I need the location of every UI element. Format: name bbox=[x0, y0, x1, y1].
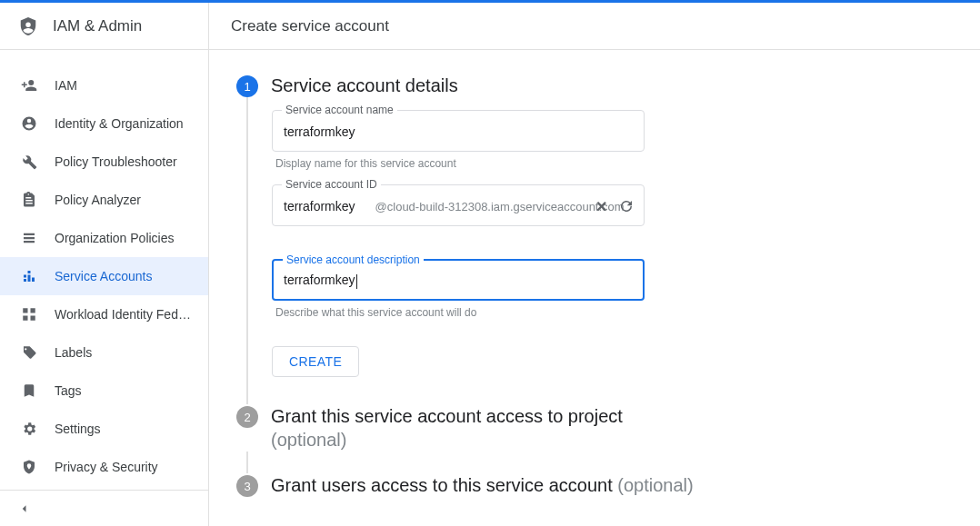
service-account-name-input[interactable]: Service account name terraformkey bbox=[272, 110, 645, 152]
account-circle-icon bbox=[20, 114, 38, 133]
account-id-suffix: @cloud-build-312308.iam.gserviceaccount.… bbox=[375, 200, 625, 213]
wrench-icon bbox=[20, 153, 38, 171]
field-value: terraformkey bbox=[284, 124, 355, 139]
sidebar-item-label: Identity & Organization bbox=[55, 116, 184, 131]
field-label: Service account ID bbox=[282, 178, 381, 191]
sidebar-item-label: Service Accounts bbox=[55, 269, 152, 283]
main: Create service account 1 Service account… bbox=[209, 3, 980, 526]
service-account-id-input[interactable]: Service account ID terraformkey @cloud-b… bbox=[272, 184, 645, 226]
sidebar-item-org-policies[interactable]: Organization Policies bbox=[0, 219, 208, 257]
refresh-icon[interactable] bbox=[618, 198, 635, 214]
field-label: Service account name bbox=[282, 104, 397, 116]
service-account-name-field: Service account name terraformkey Displa… bbox=[272, 110, 665, 170]
sidebar-item-label: Policy Analyzer bbox=[55, 193, 141, 207]
sidebar-item-label: Settings bbox=[55, 422, 101, 436]
step-3-header[interactable]: 3 Grant users access to this service acc… bbox=[236, 473, 953, 497]
chevron-left-icon bbox=[16, 501, 33, 517]
clear-icon[interactable]: ✕ bbox=[593, 198, 609, 214]
step-2-title: Grant this service account access to pro… bbox=[271, 404, 623, 452]
sidebar-item-label: Policy Troubleshooter bbox=[55, 154, 177, 169]
page-header: Create service account bbox=[209, 3, 980, 50]
product-header: IAM & Admin bbox=[0, 3, 208, 50]
sidebar-item-label: IAM bbox=[55, 78, 77, 93]
shield-marker-icon bbox=[20, 458, 38, 476]
gear-icon bbox=[20, 420, 38, 438]
collapse-sidebar-button[interactable] bbox=[0, 490, 208, 526]
step-2-marker: 2 bbox=[236, 406, 258, 428]
field-value: terraformkey bbox=[284, 273, 357, 288]
sidebar-item-label: Organization Policies bbox=[55, 231, 175, 245]
service-account-description-field: Service account description terraformkey… bbox=[272, 259, 665, 319]
sidebar-item-workload[interactable]: Workload Identity Federat… bbox=[0, 295, 208, 333]
sidebar-item-label: Privacy & Security bbox=[55, 460, 158, 474]
step-2-header[interactable]: 2 Grant this service account access to p… bbox=[236, 404, 953, 452]
page-title: Create service account bbox=[231, 17, 389, 35]
step-1-header: 1 Service account details bbox=[236, 74, 953, 97]
step-1-title: Service account details bbox=[271, 74, 458, 97]
person-add-icon bbox=[20, 76, 38, 94]
sidebar-item-iam[interactable]: IAM bbox=[0, 66, 208, 104]
sidebar-item-privacy[interactable]: Privacy & Security bbox=[0, 448, 208, 486]
sidebar-item-identity[interactable]: Identity & Organization bbox=[0, 104, 208, 143]
sidebar-item-label: Labels bbox=[55, 345, 92, 360]
sidebar-item-label: Tags bbox=[55, 383, 82, 398]
sidebar-item-service-accounts[interactable]: Service Accounts bbox=[0, 257, 208, 295]
field-helper: Display name for this service account bbox=[275, 157, 665, 170]
step-1-marker: 1 bbox=[236, 75, 258, 97]
service-account-id-field: Service account ID terraformkey @cloud-b… bbox=[272, 184, 665, 244]
field-label: Service account description bbox=[283, 253, 424, 266]
create-button[interactable]: CREATE bbox=[272, 346, 359, 377]
service-account-icon bbox=[20, 267, 38, 285]
bookmark-icon bbox=[20, 382, 38, 400]
product-title: IAM & Admin bbox=[53, 17, 142, 35]
field-helper bbox=[275, 232, 665, 244]
sidebar-item-analyzer[interactable]: Policy Analyzer bbox=[0, 181, 208, 219]
step-3-title: Grant users access to this service accou… bbox=[271, 473, 694, 497]
sidebar-item-tags[interactable]: Tags bbox=[0, 372, 208, 410]
step-3-marker: 3 bbox=[236, 475, 258, 497]
field-value: terraformkey bbox=[284, 199, 355, 213]
sidebar: IAM & Admin IAM Identity & Organization … bbox=[0, 3, 209, 526]
field-helper: Describe what this service account will … bbox=[275, 306, 665, 319]
sidebar-item-label: Workload Identity Federat… bbox=[55, 307, 194, 322]
sidebar-item-troubleshooter[interactable]: Policy Troubleshooter bbox=[0, 143, 208, 181]
list-icon bbox=[20, 229, 38, 247]
service-account-description-input[interactable]: Service account description terraformkey bbox=[272, 259, 645, 301]
step-2-content bbox=[246, 452, 665, 473]
sidebar-item-settings[interactable]: Settings bbox=[0, 410, 208, 448]
workload-icon bbox=[20, 305, 38, 323]
main-body[interactable]: 1 Service account details Service accoun… bbox=[209, 50, 980, 526]
step-1-content: Service account name terraformkey Displa… bbox=[246, 97, 665, 404]
shield-icon bbox=[18, 15, 38, 38]
tag-icon bbox=[20, 343, 38, 362]
sidebar-item-labels[interactable]: Labels bbox=[0, 333, 208, 372]
clipboard-icon bbox=[20, 191, 38, 209]
sidebar-nav[interactable]: IAM Identity & Organization Policy Troub… bbox=[0, 50, 208, 490]
